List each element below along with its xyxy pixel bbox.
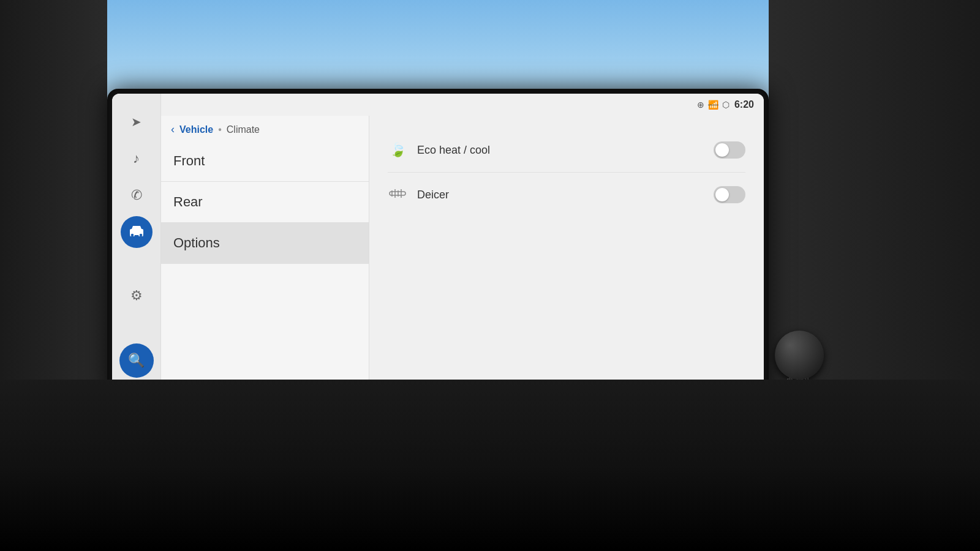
svg-point-3 <box>139 233 143 236</box>
breadcrumb-separator: • <box>218 124 222 135</box>
sidebar-item-settings[interactable]: ⚙ <box>121 280 153 312</box>
status-icons: ⊕ 📶 ⬡ <box>697 100 729 110</box>
svg-point-2 <box>130 233 134 236</box>
phone-icon: ✆ <box>131 187 142 203</box>
menu-item-front[interactable]: Front <box>161 141 369 182</box>
music-icon: ♪ <box>133 151 140 167</box>
sidebar-item-music[interactable]: ♪ <box>121 143 153 174</box>
breadcrumb: ‹ Vehicle • Climate <box>161 116 369 141</box>
sidebar-item-navigation[interactable]: ➤ <box>121 106 153 138</box>
signal-icon: 📶 <box>708 100 718 110</box>
svg-marker-1 <box>132 226 141 229</box>
status-time: 6:20 <box>734 99 754 110</box>
search-button[interactable]: 🔍 <box>119 343 154 378</box>
status-bar: ⊕ 📶 ⬡ 6:20 <box>161 94 764 116</box>
bottom-dashboard <box>0 380 980 551</box>
menu-panel: ‹ Vehicle • Climate Front Rear <box>161 116 369 396</box>
sidebar: ➤ ♪ ✆ ⚙ <box>112 94 161 396</box>
volume-knob[interactable] <box>775 331 824 380</box>
breadcrumb-vehicle[interactable]: Vehicle <box>179 124 213 135</box>
deicer-left: Deicer <box>388 187 449 203</box>
deicer-icon <box>388 187 407 203</box>
detail-panel: 🍃 Eco heat / cool <box>369 116 764 396</box>
screen-bezel: ➤ ♪ ✆ ⚙ <box>107 89 769 401</box>
deicer-row: Deicer <box>388 173 745 217</box>
menu-item-options[interactable]: Options <box>161 223 369 264</box>
bluetooth-icon: ⬡ <box>722 100 729 110</box>
menu-item-rear[interactable]: Rear <box>161 182 369 223</box>
settings-icon: ⚙ <box>130 288 143 304</box>
eco-heat-left: 🍃 Eco heat / cool <box>388 142 490 158</box>
vehicle-icon <box>129 224 145 240</box>
infotainment-screen: ➤ ♪ ✆ ⚙ <box>112 94 764 396</box>
sidebar-item-phone[interactable]: ✆ <box>121 179 153 211</box>
search-icon: 🔍 <box>128 353 145 369</box>
eco-icon: 🍃 <box>388 142 407 158</box>
eco-heat-row: 🍃 Eco heat / cool <box>388 128 745 173</box>
navigation-icon: ➤ <box>131 114 141 129</box>
eco-heat-toggle[interactable] <box>714 141 745 159</box>
rear-label: Rear <box>173 194 203 209</box>
main-content: ⊕ 📶 ⬡ 6:20 ‹ Vehicle • Climate <box>161 94 764 396</box>
content-body: ‹ Vehicle • Climate Front Rear <box>161 116 764 396</box>
options-label: Options <box>173 235 220 250</box>
deicer-label: Deicer <box>417 189 449 201</box>
menu-items: Front Rear Options <box>161 141 369 396</box>
front-label: Front <box>173 153 205 168</box>
breadcrumb-current: Climate <box>227 124 260 135</box>
gps-icon: ⊕ <box>697 100 704 110</box>
deicer-toggle[interactable] <box>714 186 745 203</box>
back-button[interactable]: ‹ <box>171 123 175 136</box>
sidebar-item-vehicle[interactable] <box>121 216 153 248</box>
eco-heat-label: Eco heat / cool <box>417 144 490 157</box>
